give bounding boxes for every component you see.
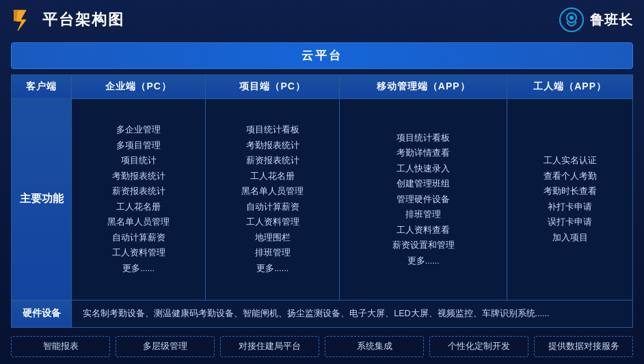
pf-6: 自动计算薪资 — [211, 199, 334, 215]
row-header-hardware: 硬件设备 — [12, 300, 72, 327]
ef-2: 多项目管理 — [77, 138, 200, 154]
svg-point-4 — [569, 16, 574, 20]
ef-5: 薪资报表统计 — [77, 184, 200, 199]
pf-8: 地理围栏 — [211, 230, 334, 246]
project-features-cell: 项目统计看板 考勤报表统计 薪资报表统计 工人花名册 黑名单人员管理 自动计算薪… — [206, 99, 340, 300]
bottom-row: 智能报表 多层级管理 对接住建局平台 系统集成 个性化定制开发 提供数据对接服务 — [11, 336, 633, 357]
worker-features-list: 工人实名认证 查看个人考勤 考勤时长查看 补打卡申请 误打卡申请 加入项目 — [513, 153, 627, 245]
wf-1: 工人实名认证 — [513, 153, 627, 169]
column-headers-row: 客户端 企业端（PC） 项目端（PC） 移动管理端（APP） 工人端（APP） — [12, 75, 633, 99]
pf-3: 薪资报表统计 — [211, 153, 334, 169]
mobile-features-cell: 项目统计看板 考勤详情查看 工人快速录入 创建管理班组 管理硬件设备 排班管理 … — [340, 99, 507, 300]
mf-7: 工人资料查看 — [345, 223, 501, 238]
pf-1: 项目统计看板 — [211, 122, 334, 138]
mf-1: 项目统计看板 — [345, 130, 501, 146]
col-header-enterprise: 企业端（PC） — [72, 75, 206, 99]
brand-logo: 鲁班长 — [559, 7, 633, 33]
ef-6: 工人花名册 — [77, 199, 200, 215]
pf-7: 工人资料管理 — [211, 214, 334, 230]
enterprise-features-list: 多企业管理 多项目管理 项目统计 考勤报表统计 薪资报表统计 工人花名册 黑名单… — [77, 122, 200, 276]
bottom-box-4: 系统集成 — [325, 336, 424, 357]
logo-icon — [11, 8, 36, 32]
bottom-box-2: 多层级管理 — [116, 336, 215, 357]
mobile-features-list: 项目统计看板 考勤详情查看 工人快速录入 创建管理班组 管理硬件设备 排班管理 … — [345, 130, 501, 269]
page-title: 平台架构图 — [42, 10, 124, 30]
mf-5: 管理硬件设备 — [345, 192, 501, 208]
mf-3: 工人快速录入 — [345, 161, 501, 177]
main-table: 客户端 企业端（PC） 项目端（PC） 移动管理端（APP） 工人端（APP） … — [11, 74, 633, 328]
project-features-list: 项目统计看板 考勤报表统计 薪资报表统计 工人花名册 黑名单人员管理 自动计算薪… — [211, 122, 334, 276]
ef-9: 工人资料管理 — [77, 245, 200, 261]
mf-2: 考勤详情查看 — [345, 145, 501, 161]
wf-3: 考勤时长查看 — [513, 184, 627, 199]
cloud-banner: 云平台 — [11, 42, 633, 69]
mf-4: 创建管理班组 — [345, 176, 501, 192]
wf-6: 加入项目 — [513, 230, 627, 246]
wf-2: 查看个人考勤 — [513, 169, 627, 184]
bottom-box-1: 智能报表 — [11, 336, 110, 357]
pf-5: 黑名单人员管理 — [211, 184, 334, 199]
pf-2: 考勤报表统计 — [211, 138, 334, 154]
pf-9: 排班管理 — [211, 245, 334, 261]
header-left: 平台架构图 — [11, 8, 124, 32]
ef-3: 项目统计 — [77, 153, 200, 169]
page-wrapper: 平台架构图 鲁班长 云平台 客户端 企业端（PC） — [0, 0, 644, 364]
ef-8: 自动计算薪资 — [77, 230, 200, 246]
header: 平台架构图 鲁班长 — [11, 7, 633, 37]
pf-4: 工人花名册 — [211, 169, 334, 184]
hardware-row: 硬件设备 实名制考勤设备、测温健康码考勤设备、智能闸机、扬尘监测设备、电子大屏、… — [12, 300, 633, 327]
hardware-content: 实名制考勤设备、测温健康码考勤设备、智能闸机、扬尘监测设备、电子大屏、LED大屏… — [72, 300, 633, 327]
col-header-mobile: 移动管理端（APP） — [340, 75, 507, 99]
wf-4: 补打卡申请 — [513, 199, 627, 215]
ef-10: 更多...... — [77, 261, 200, 277]
wf-5: 误打卡申请 — [513, 214, 627, 230]
mf-9: 更多...... — [345, 253, 501, 269]
ef-4: 考勤报表统计 — [77, 169, 200, 184]
bottom-box-5: 个性化定制开发 — [429, 336, 528, 357]
worker-features-cell: 工人实名认证 查看个人考勤 考勤时长查看 补打卡申请 误打卡申请 加入项目 — [507, 99, 633, 300]
mf-8: 薪资设置和管理 — [345, 238, 501, 253]
brand-name: 鲁班长 — [590, 11, 633, 29]
brand-icon — [559, 7, 585, 33]
enterprise-features-cell: 多企业管理 多项目管理 项目统计 考勤报表统计 薪资报表统计 工人花名册 黑名单… — [72, 99, 206, 300]
pf-10: 更多...... — [211, 261, 334, 277]
ef-7: 黑名单人员管理 — [77, 214, 200, 230]
ef-1: 多企业管理 — [77, 122, 200, 138]
col-header-project: 项目端（PC） — [206, 75, 340, 99]
col-header-worker: 工人端（APP） — [507, 75, 633, 99]
col-header-client: 客户端 — [12, 75, 72, 99]
row-header-main-features: 主要功能 — [12, 99, 72, 300]
bottom-box-6: 提供数据对接服务 — [534, 336, 633, 357]
main-features-row: 主要功能 多企业管理 多项目管理 项目统计 考勤报表统计 薪资报表统计 工人花名… — [12, 99, 633, 300]
bottom-box-3: 对接住建局平台 — [220, 336, 319, 357]
mf-6: 排班管理 — [345, 207, 501, 223]
